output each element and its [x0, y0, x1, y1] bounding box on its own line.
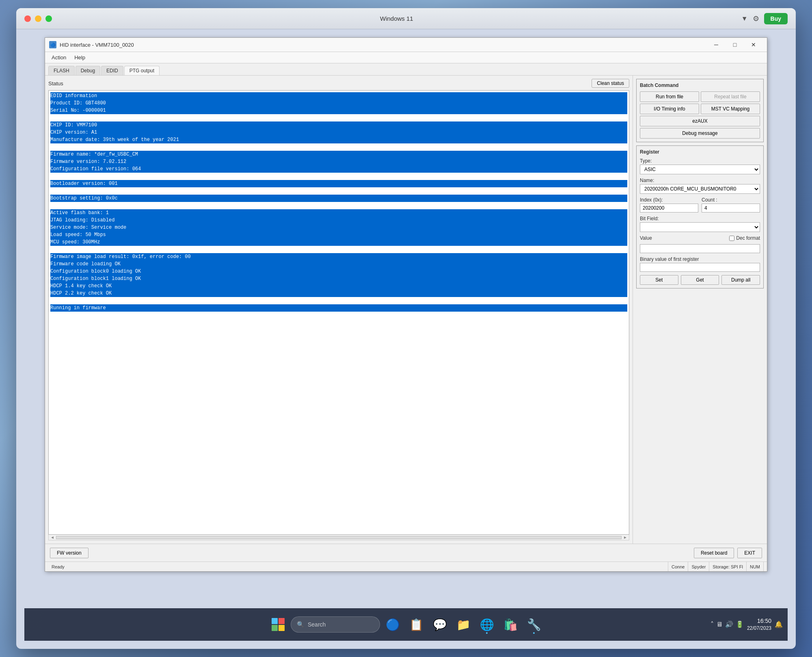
get-button[interactable]: Get: [681, 275, 719, 285]
windows-logo-icon: [272, 618, 285, 631]
index-count-row: Index (0x): Count :: [640, 197, 760, 212]
win11-desktop: 🔵 HID interface - VMM7100_0020 ─ □ ✕ Act…: [24, 37, 788, 641]
count-col: Count :: [702, 197, 760, 212]
binary-label: Binary value of first register: [640, 256, 760, 262]
gear-icon[interactable]: ⚙: [753, 14, 759, 23]
status-line: [50, 246, 627, 253]
menu-item-action[interactable]: Action: [48, 54, 69, 61]
taskbar-app-widgets[interactable]: 📋: [405, 614, 427, 635]
ezaux-button[interactable]: ezAUX: [640, 116, 760, 126]
count-input[interactable]: [702, 204, 760, 212]
taskbar-search-bar[interactable]: 🔍 Search: [291, 616, 380, 633]
binary-input[interactable]: [640, 263, 760, 272]
status-line: Service mode: Service mode: [50, 224, 627, 231]
system-time: 16:50: [747, 617, 771, 625]
type-label: Type:: [640, 158, 760, 164]
batch-command-title: Batch Command: [640, 82, 760, 88]
status-line: Configuration file version: 064: [50, 165, 627, 173]
status-line: Running in firmware: [50, 304, 627, 312]
win-main-content: Status Clean status EDID information Pro…: [45, 76, 767, 544]
status-line: [50, 114, 627, 121]
register-section-title: Register: [640, 149, 760, 155]
clean-status-button[interactable]: Clean status: [592, 79, 629, 88]
mac-maximize-button[interactable]: [45, 15, 52, 22]
filter-icon: ▼: [741, 15, 748, 22]
status-line: CHIP version: A1: [50, 129, 627, 136]
status-line: [50, 143, 627, 151]
file-explorer-icon: 📁: [456, 618, 471, 631]
dec-format-checkbox-container: Dec format: [729, 235, 760, 241]
status-line: Firmware name: *der_fw_USBC_CM: [50, 151, 627, 158]
win-tabbar: FLASH Debug EDID PTG output: [45, 63, 767, 76]
status-text-area[interactable]: EDID information Product ID: GBT4800 Ser…: [48, 90, 629, 535]
tray-chevron-icon[interactable]: ˄: [710, 620, 714, 628]
notification-icon[interactable]: 🔔: [775, 620, 783, 628]
index-input[interactable]: [640, 204, 698, 212]
status-line: CHIP ID: VMM7100: [50, 121, 627, 129]
status-hscrollbar[interactable]: ◄ ►: [48, 535, 629, 540]
taskbar-app-edge[interactable]: 🌐: [476, 614, 498, 635]
reset-board-button[interactable]: Reset board: [694, 548, 734, 558]
widgets-icon: 📋: [409, 618, 423, 631]
register-type-select[interactable]: ASIC MCU DPRX DPTX: [640, 165, 760, 174]
app-active-indicator-hid: [533, 632, 535, 634]
tab-flash[interactable]: FLASH: [48, 66, 75, 75]
register-name-row: Name: 20200200h CORE_MCU_BUSMONITOR0: [640, 178, 760, 194]
binary-value-row: Binary value of first register: [640, 256, 760, 272]
bit-field-select[interactable]: [640, 222, 760, 232]
dec-format-checkbox[interactable]: [729, 236, 734, 241]
tray-volume-icon[interactable]: 🔊: [725, 620, 733, 628]
hid-interface-window: 🔵 HID interface - VMM7100_0020 ─ □ ✕ Act…: [45, 37, 767, 572]
mst-vc-mapping-button[interactable]: MST VC Mapping: [701, 104, 760, 114]
taskbar-app-explorer[interactable]: 📁: [452, 614, 474, 635]
tab-edid[interactable]: EDID: [101, 66, 123, 75]
tab-ptg-output[interactable]: PTG output: [124, 66, 160, 75]
index-col: Index (0x):: [640, 197, 698, 212]
win-statusbar: Ready Conne Spyder Storage: SPI Fl NUM: [45, 562, 767, 571]
statusbar-storage: Storage: SPI Fl: [709, 562, 747, 571]
debug-message-button[interactable]: Debug message: [640, 128, 760, 139]
run-from-file-button[interactable]: Run from file: [640, 91, 699, 102]
taskbar-app-store[interactable]: 🛍️: [499, 614, 521, 635]
mac-titlebar: Windows 11 ▼ ⚙ Buy: [16, 8, 796, 29]
index-label: Index (0x):: [640, 197, 698, 203]
exit-button[interactable]: EXIT: [737, 548, 762, 558]
status-line: Firmware version: 7.02.112: [50, 158, 627, 165]
set-button[interactable]: Set: [640, 275, 678, 285]
start-button[interactable]: [267, 614, 289, 635]
win11-content: 🔵 HID interface - VMM7100_0020 ─ □ ✕ Act…: [24, 37, 788, 608]
taskbar-search-icon: 🔍: [297, 621, 304, 628]
value-input[interactable]: [640, 244, 760, 253]
hid-app-icon: 🔧: [527, 618, 541, 631]
dec-format-label: Dec format: [736, 235, 760, 241]
tab-debug[interactable]: Debug: [76, 66, 100, 75]
taskbar-app-hid[interactable]: 🔧: [523, 614, 545, 635]
tray-battery-icon[interactable]: 🔋: [736, 620, 744, 628]
dump-all-button[interactable]: Dump all: [721, 275, 760, 285]
win-title-text: HID interface - VMM7100_0020: [60, 42, 707, 48]
teams-icon: 💬: [433, 618, 447, 631]
buy-button[interactable]: Buy: [764, 13, 788, 24]
taskbar-app-teams[interactable]: 💬: [429, 614, 451, 635]
cortana-icon: 🔵: [386, 618, 400, 631]
fw-version-button[interactable]: FW version: [50, 548, 89, 558]
mac-window-title: Windows 11: [52, 15, 741, 22]
status-line: MCU speed: 300MHz: [50, 239, 627, 246]
status-line: [50, 173, 627, 180]
io-timing-info-button[interactable]: I/O Timing info: [640, 104, 699, 114]
status-line: Manufacture date: 39th week of the year …: [50, 136, 627, 143]
mac-content-area: 🔵 HID interface - VMM7100_0020 ─ □ ✕ Act…: [16, 29, 796, 649]
win-maximize-button[interactable]: □: [726, 38, 744, 52]
statusbar-connection: Conne: [668, 562, 688, 571]
win-titlebar: 🔵 HID interface - VMM7100_0020 ─ □ ✕: [45, 38, 767, 52]
register-name-select[interactable]: 20200200h CORE_MCU_BUSMONITOR0: [640, 184, 760, 194]
system-clock[interactable]: 16:50 22/07/2023: [747, 617, 771, 632]
cortana-button[interactable]: 🔵: [382, 614, 404, 635]
win-minimize-button[interactable]: ─: [707, 38, 726, 52]
mac-close-button[interactable]: [24, 15, 31, 22]
menu-item-help[interactable]: Help: [71, 54, 89, 61]
tray-monitor-icon[interactable]: 🖥: [716, 621, 723, 628]
win-close-button[interactable]: ✕: [744, 38, 763, 52]
win11-taskbar: 🔍 Search 🔵 📋 💬 📁: [24, 608, 788, 641]
mac-minimize-button[interactable]: [35, 15, 41, 22]
